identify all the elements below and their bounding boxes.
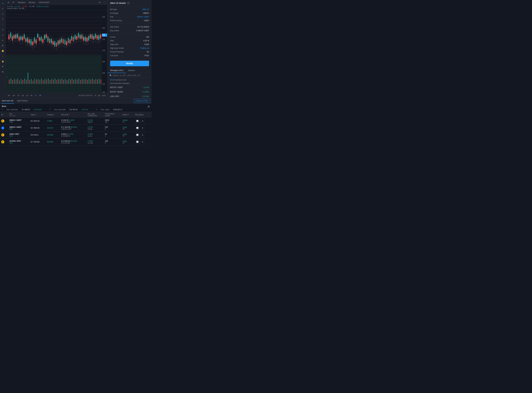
crosshair-tool[interactable]: ✛	[1, 1, 5, 5]
svg-rect-212	[36, 79, 37, 84]
chart-type-selector[interactable]: ⦿	[12, 1, 15, 4]
pattern-tool[interactable]: ≡	[1, 28, 5, 32]
low-price-value: 0.521	[145, 54, 149, 57]
backtest-month[interactable]: Month	[110, 79, 115, 81]
tf-3d[interactable]: 3d	[21, 94, 24, 97]
svg-text:0.789: 0.789	[102, 34, 105, 36]
svg-rect-64	[31, 39, 32, 45]
auto-scale-btn[interactable]: auto	[102, 94, 106, 97]
chart-timestamp: 18:16:27 (UTC+3)	[78, 94, 92, 96]
sum-value-value: $ 40 421.17	[113, 109, 122, 110]
bots-title: Bots	[2, 105, 6, 107]
indicators-btn[interactable]: Indicators	[17, 1, 26, 4]
pct-scale-btn[interactable]: %	[94, 94, 97, 97]
search-icon: 🔍	[110, 74, 112, 77]
svg-rect-140	[95, 34, 96, 39]
svg-rect-100	[61, 38, 62, 43]
bots-summary: ? Sum. total P&L: $ 7 668.67 (+23.41%) |…	[2, 109, 150, 110]
spot-bots-tab[interactable]: Spot bots (9)	[1, 98, 14, 104]
cell-options-1: 📊 ⊗	[134, 125, 152, 132]
svg-rect-110	[70, 39, 71, 44]
cursor-tool[interactable]: ↖	[1, 6, 5, 11]
strategies-tab[interactable]: Strategies (427)	[108, 68, 126, 73]
chart-btn-0[interactable]: 📊	[135, 119, 140, 123]
compare-btn[interactable]: ⇄	[39, 94, 41, 97]
sbot-help-icon[interactable]: ?	[127, 2, 130, 4]
bot-profit-value: $ 6 782.42	[69, 109, 77, 110]
log-scale-btn[interactable]: log	[97, 94, 101, 97]
chart-btn-1[interactable]: 📊	[135, 126, 140, 130]
stop-btn-0[interactable]: ⊗	[140, 119, 145, 123]
stop-btn-1[interactable]: ⊗	[140, 126, 145, 130]
cell-exchange-3: B	[0, 138, 8, 145]
text-tool[interactable]: T	[1, 17, 5, 21]
svg-rect-243	[89, 79, 89, 84]
svg-rect-96	[58, 40, 59, 45]
modify-button[interactable]: Modify	[110, 61, 149, 66]
chart-toolbar: 1h ⦿ Indicators Binance 1INCH/USDT ⚙ ⛶	[5, 0, 107, 5]
sell-orders-value: 517.19 1INCH	[137, 26, 149, 28]
bot-type-value: SBot V2	[142, 8, 149, 10]
emoji-tool[interactable]: ☺	[1, 33, 5, 37]
filter-button[interactable]: ⊞	[148, 105, 150, 108]
strategy-item-0[interactable]: BTCST / USDT + 13.5%	[108, 85, 152, 90]
col-avg-daily: Avg. dailyTrading time	[87, 112, 104, 118]
cell-status-3: Long TP	[121, 138, 134, 145]
tf-1h[interactable]: 1h	[34, 94, 38, 97]
spot-history-tab[interactable]: Spot history	[16, 98, 28, 104]
chart-canvas[interactable]: 0.850 0.800 0.750 0.700 0.650 0.600 0.55…	[5, 10, 107, 93]
svg-rect-213	[38, 79, 38, 84]
bot-orders-table: Sell orders 517.19 1INCH Buy orders 3 49…	[108, 24, 152, 34]
cell-value-0: $ 4 025.44	[29, 118, 46, 125]
share-earn-button[interactable]: $ Share & Earn	[134, 99, 150, 103]
line-tool[interactable]: ╱	[1, 12, 5, 16]
cell-change-3: 60.08%	[46, 138, 60, 145]
cell-bot-profit-3: $ 2 600.64 55.31% B 0.1137553	[60, 138, 87, 145]
pencil-tool[interactable]: ✏	[1, 38, 5, 42]
alert-tool[interactable]: 🔔	[1, 49, 5, 53]
settings-tool[interactable]: ⚙	[1, 70, 5, 74]
measure-tool[interactable]: ↔	[1, 54, 5, 58]
tf-1m[interactable]: 1m	[12, 94, 16, 97]
table-row: B AGIX / BTC DCA $ 8 519.2 20.93% $ 660.…	[0, 132, 152, 138]
chart-settings-btn[interactable]: ⚙	[98, 1, 101, 4]
fullscreen-btn[interactable]: ⛶	[103, 1, 106, 4]
col-status: Status ?	[121, 112, 134, 118]
buy-orders-label: Buy orders	[110, 29, 119, 32]
left-toolbar: ✛ ↖ ╱ T ⟋ ≡ ☺ ✏ ⊕ 🔔 ↔ 🔒 👁 ⚙	[0, 0, 5, 98]
svg-rect-76	[41, 36, 42, 41]
stop-btn-2[interactable]: ⊗	[140, 133, 145, 137]
balance-tab[interactable]: Balance	[126, 68, 137, 73]
total-pnl-value: $ 7 668.67	[22, 109, 30, 110]
zoom-tool[interactable]: ⊕	[1, 43, 5, 48]
strategy-search-input[interactable]	[113, 74, 150, 77]
svg-rect-40	[10, 33, 11, 38]
svg-rect-88	[51, 39, 52, 44]
col-exchange: Ex.	[0, 112, 8, 118]
tf-6h[interactable]: 6h	[29, 94, 33, 97]
fibonacci-tool[interactable]: ⟋	[1, 22, 5, 27]
svg-rect-247	[95, 79, 96, 84]
svg-rect-92	[54, 41, 55, 47]
sbot-header: SBot V2 details ?	[108, 0, 152, 6]
timeframe-selector[interactable]: 1h	[7, 1, 10, 4]
tf-7d[interactable]: 7d	[17, 94, 20, 97]
cell-transactions-1: 232 0	[104, 125, 121, 132]
chart-btn-2[interactable]: 📊	[135, 133, 140, 137]
lock-tool[interactable]: 🔒	[1, 59, 5, 64]
backtest-label: Month backtest result	[108, 78, 152, 82]
strategy-pair-2: LDO / BTC	[110, 95, 119, 98]
svg-text:0.750: 0.750	[102, 38, 105, 40]
tf-3m[interactable]: 3m	[7, 94, 11, 97]
eye-tool[interactable]: 👁	[1, 64, 5, 69]
strategy-item-1[interactable]: BTCST / BUSD + 13.08%	[108, 90, 152, 94]
strategy-pair-0: BTCST / USDT	[110, 86, 123, 88]
svg-text:0.650: 0.650	[102, 61, 105, 63]
svg-rect-134	[90, 34, 91, 39]
svg-rect-146	[100, 34, 101, 39]
tf-1d[interactable]: 1d	[25, 94, 29, 97]
strategy-item-2[interactable]: LDO / BTC + 12.03%	[108, 94, 152, 98]
chart-btn-3[interactable]: 📊	[135, 140, 140, 144]
stop-btn-3[interactable]: ⊗	[140, 140, 145, 144]
svg-rect-84	[48, 36, 48, 42]
